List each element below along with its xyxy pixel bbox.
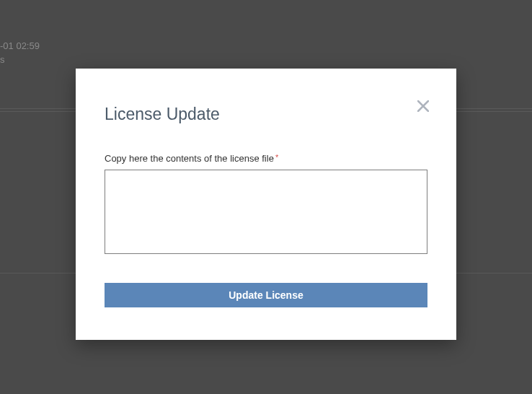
close-icon — [417, 100, 429, 112]
label-text: Copy here the contents of the license fi… — [105, 153, 274, 164]
license-update-modal: License Update Copy here the contents of… — [76, 69, 456, 340]
modal-title: License Update — [105, 105, 427, 124]
close-button[interactable] — [414, 97, 432, 115]
bg-fragment: s — [0, 54, 5, 65]
license-field-label: Copy here the contents of the license fi… — [105, 153, 427, 164]
modal-header: License Update — [76, 69, 456, 124]
bg-timestamp: -01 02:59 — [0, 40, 40, 51]
license-textarea[interactable] — [105, 170, 427, 254]
update-license-button[interactable]: Update License — [105, 283, 427, 307]
modal-footer: Update License — [76, 257, 456, 307]
modal-body: Copy here the contents of the license fi… — [76, 124, 456, 257]
required-indicator: * — [275, 153, 278, 162]
